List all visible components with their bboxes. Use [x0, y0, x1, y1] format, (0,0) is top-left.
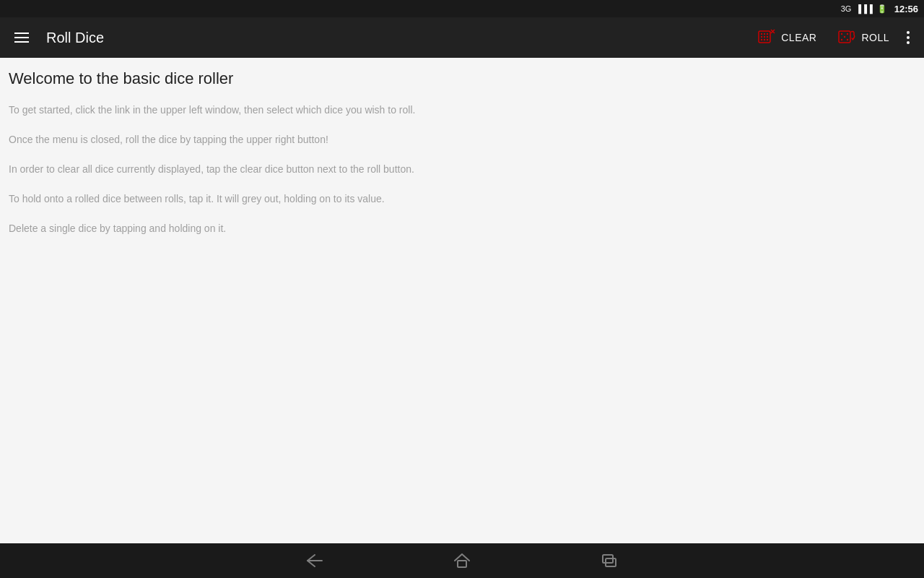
svg-point-14	[847, 33, 848, 35]
svg-point-6	[767, 36, 768, 38]
svg-rect-20	[458, 561, 466, 567]
toolbar-actions: CLEAR ROLL	[748, 23, 915, 52]
home-icon	[452, 551, 472, 570]
signal-icon: ▐▐▐	[855, 4, 872, 13]
svg-point-3	[767, 33, 768, 35]
overflow-menu-icon[interactable]	[901, 25, 915, 50]
roll-button[interactable]: ROLL	[828, 23, 898, 52]
network-indicator: 3G	[841, 4, 852, 13]
instruction-3: In order to clear all dice currently dis…	[9, 162, 915, 177]
bottom-navigation-bar	[0, 543, 924, 578]
svg-point-16	[841, 39, 842, 40]
welcome-title: Welcome to the basic dice roller	[9, 69, 915, 88]
main-content: Welcome to the basic dice roller To get …	[0, 58, 924, 543]
clock: 12:56	[894, 4, 918, 14]
clear-label: CLEAR	[781, 32, 816, 43]
back-icon	[305, 552, 325, 569]
recents-icon	[599, 551, 619, 570]
svg-point-5	[764, 36, 765, 38]
instruction-5: Delete a single dice by tapping and hold…	[9, 221, 915, 236]
instruction-1: To get started, click the link in the up…	[9, 103, 915, 118]
home-button[interactable]	[446, 545, 478, 576]
battery-icon: 🔋	[877, 4, 887, 14]
svg-point-2	[764, 33, 765, 35]
back-button[interactable]	[299, 546, 331, 575]
roll-label: ROLL	[861, 32, 889, 43]
svg-point-4	[761, 36, 762, 38]
svg-point-15	[844, 36, 845, 38]
instruction-2: Once the menu is closed, roll the dice b…	[9, 132, 915, 147]
svg-point-1	[761, 33, 762, 35]
app-title: Roll Dice	[46, 30, 736, 46]
svg-point-8	[764, 39, 765, 40]
roll-dice-icon	[837, 27, 857, 48]
status-bar: 3G ▐▐▐ 🔋 12:56	[0, 0, 924, 17]
hamburger-menu-icon[interactable]	[9, 27, 35, 48]
svg-point-7	[761, 39, 762, 40]
clear-button[interactable]: CLEAR	[748, 23, 825, 52]
svg-point-13	[841, 33, 842, 35]
svg-point-9	[767, 39, 768, 40]
svg-point-17	[847, 39, 848, 40]
instruction-4: To hold onto a rolled dice between rolls…	[9, 191, 915, 207]
clear-dice-icon	[757, 27, 777, 48]
recents-button[interactable]	[593, 545, 625, 576]
app-bar: Roll Dice CLEAR	[0, 17, 924, 58]
